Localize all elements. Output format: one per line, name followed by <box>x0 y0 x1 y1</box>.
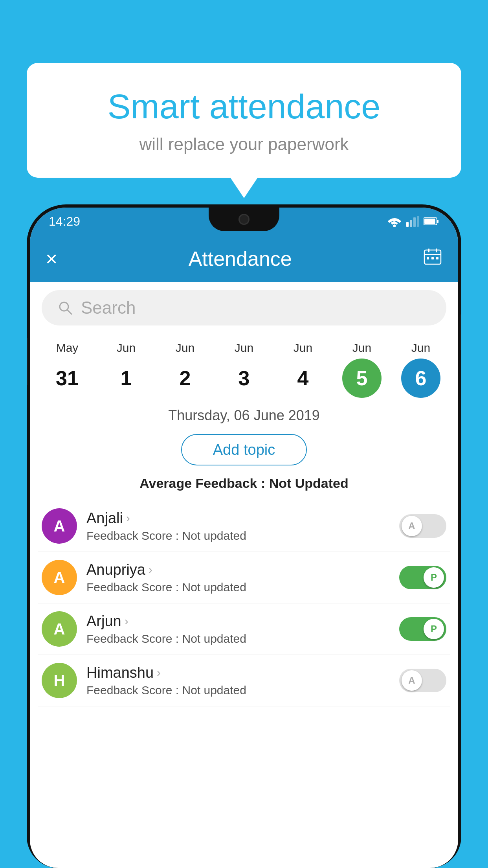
svg-rect-8 <box>424 254 441 255</box>
speech-bubble-container: Smart attendance will replace your paper… <box>27 63 461 178</box>
list-item[interactable]: A Anjali › Feedback Score : Not updated … <box>38 500 450 552</box>
date-month: Jun <box>117 341 136 355</box>
date-number: 3 <box>224 359 264 398</box>
list-item[interactable]: A Arjun › Feedback Score : Not updated P <box>38 603 450 655</box>
date-month: Jun <box>176 341 194 355</box>
selected-date-label: Thursday, 06 June 2019 <box>30 398 458 430</box>
app-bar-title: Attendance <box>189 247 292 270</box>
toggle-knob: P <box>424 619 444 639</box>
list-item[interactable]: H Himanshu › Feedback Score : Not update… <box>38 655 450 706</box>
date-item-jun3[interactable]: Jun 3 <box>216 341 272 398</box>
avatar: H <box>42 663 77 698</box>
signal-icon <box>406 216 419 227</box>
attendance-toggle[interactable]: A <box>399 514 446 538</box>
avatar: A <box>42 560 77 595</box>
svg-rect-5 <box>437 220 438 223</box>
date-number-today: 5 <box>342 359 382 398</box>
speech-bubble-subtitle: will replace your paperwork <box>58 134 430 154</box>
close-button[interactable]: × <box>46 247 57 270</box>
student-info: Anupriya › Feedback Score : Not updated <box>86 561 390 594</box>
svg-line-15 <box>67 310 72 314</box>
svg-rect-6 <box>424 219 435 224</box>
toggle-knob: A <box>402 670 422 691</box>
feedback-summary: Average Feedback : Not Updated <box>30 469 458 500</box>
front-camera <box>238 214 250 225</box>
date-item-jun2[interactable]: Jun 2 <box>158 341 213 398</box>
add-topic-button[interactable]: Add topic <box>181 434 307 465</box>
avatar: A <box>42 508 77 544</box>
student-feedback: Feedback Score : Not updated <box>86 684 390 697</box>
student-info: Arjun › Feedback Score : Not updated <box>86 613 390 645</box>
chevron-right-icon: › <box>157 666 161 679</box>
phone-notch <box>209 208 279 231</box>
student-feedback: Feedback Score : Not updated <box>86 632 390 645</box>
svg-rect-2 <box>413 217 416 227</box>
date-month: Jun <box>294 341 312 355</box>
student-feedback: Feedback Score : Not updated <box>86 581 390 594</box>
svg-rect-11 <box>427 257 429 259</box>
svg-rect-13 <box>436 257 438 259</box>
calendar-icon[interactable] <box>423 247 442 270</box>
svg-rect-10 <box>436 248 437 252</box>
attendance-toggle[interactable]: P <box>399 566 446 589</box>
student-name: Anupriya › <box>86 561 390 578</box>
student-info: Anjali › Feedback Score : Not updated <box>86 510 390 542</box>
search-icon <box>57 300 73 316</box>
student-info: Himanshu › Feedback Score : Not updated <box>86 664 390 697</box>
chevron-right-icon: › <box>125 614 128 628</box>
speech-bubble-title: Smart attendance <box>58 86 430 127</box>
attendance-toggle[interactable]: A <box>399 669 446 692</box>
student-name: Anjali › <box>86 510 390 527</box>
chevron-right-icon: › <box>149 563 152 576</box>
svg-rect-0 <box>406 222 409 227</box>
date-item-jun4[interactable]: Jun 4 <box>275 341 330 398</box>
date-month: Jun <box>411 341 430 355</box>
svg-rect-9 <box>428 248 429 252</box>
list-item[interactable]: A Anupriya › Feedback Score : Not update… <box>38 552 450 603</box>
svg-rect-3 <box>417 216 419 227</box>
date-month: Jun <box>235 341 253 355</box>
status-bar-time: 14:29 <box>49 214 80 229</box>
phone-side-button-left <box>27 338 28 385</box>
date-item-jun1[interactable]: Jun 1 <box>99 341 154 398</box>
phone-screen: 14:29 <box>30 208 458 868</box>
date-month: May <box>56 341 79 355</box>
date-number-selected: 6 <box>401 359 440 398</box>
svg-rect-1 <box>410 220 412 227</box>
wifi-icon <box>387 216 402 227</box>
toggle-knob: A <box>402 516 422 536</box>
phone-side-button-right <box>460 314 461 350</box>
date-number: 2 <box>165 359 205 398</box>
search-bar[interactable]: Search <box>42 290 446 326</box>
avatar: A <box>42 611 77 647</box>
student-name: Arjun › <box>86 613 390 630</box>
battery-icon <box>424 217 439 226</box>
date-item-jun5[interactable]: Jun 5 <box>334 341 389 398</box>
student-feedback: Feedback Score : Not updated <box>86 529 390 542</box>
date-item-may31[interactable]: May 31 <box>40 341 95 398</box>
chevron-right-icon: › <box>126 511 130 525</box>
attendance-toggle[interactable]: P <box>399 617 446 641</box>
toggle-knob: P <box>424 567 444 588</box>
svg-rect-12 <box>431 257 434 259</box>
date-number: 4 <box>283 359 323 398</box>
status-bar-icons <box>387 216 439 227</box>
date-number: 1 <box>106 359 146 398</box>
date-number: 31 <box>48 359 87 398</box>
feedback-summary-value: Not Updated <box>269 476 349 491</box>
student-list: A Anjali › Feedback Score : Not updated … <box>30 500 458 706</box>
date-carousel: May 31 Jun 1 Jun 2 Jun 3 Jun 4 <box>30 333 458 398</box>
date-month: Jun <box>352 341 371 355</box>
phone-inner: 14:29 <box>30 208 458 868</box>
date-item-jun6[interactable]: Jun 6 <box>393 341 448 398</box>
app-bar: × Attendance <box>30 235 458 282</box>
speech-bubble: Smart attendance will replace your paper… <box>27 63 461 178</box>
phone-frame: 14:29 <box>27 204 461 868</box>
feedback-summary-prefix: Average Feedback : <box>139 476 269 491</box>
student-name: Himanshu › <box>86 664 390 681</box>
search-input[interactable]: Search <box>81 298 136 318</box>
